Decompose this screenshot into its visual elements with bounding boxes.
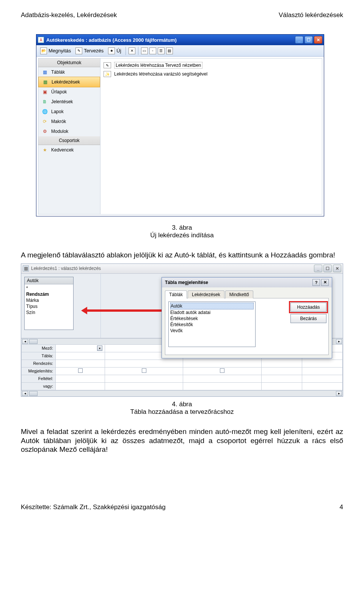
dialog-close-button[interactable]: ✕	[321, 279, 329, 286]
help-button[interactable]: ?	[312, 279, 320, 286]
design-button[interactable]: ✎ Tervezés	[74, 47, 105, 55]
create-query-design[interactable]: ✎ Lekérdezés létrehozása Tervező nézetbe…	[103, 61, 320, 70]
sidebar-label: Jelentések	[51, 99, 73, 104]
sidebar-label: Táblák	[51, 69, 65, 75]
tab-tables[interactable]: Táblák	[165, 290, 187, 298]
db-app-icon: A	[38, 37, 44, 43]
db-main-pane: ✎ Lekérdezés létrehozása Tervező nézetbe…	[100, 58, 322, 215]
sidebar-item-queries[interactable]: ▦ Lekérdezések	[38, 77, 100, 87]
reports-icon: 🗎	[41, 99, 48, 105]
db-window: A Autókereskedés : adatbázis (Access 200…	[36, 34, 324, 216]
design-view-icon: ✎	[104, 62, 111, 68]
scroll-thumb[interactable]	[29, 339, 38, 344]
open-button[interactable]: 📂 Megnyitás	[39, 47, 72, 55]
sidebar-label: Lekérdezések	[52, 79, 80, 85]
view-large-icon[interactable]: ▭	[141, 47, 148, 54]
field-item[interactable]: Típus	[26, 303, 72, 309]
dialog-title: Tábla megjelenítése	[165, 280, 208, 285]
table-list[interactable]: Autók Eladott autók adatai Értékesítések…	[168, 301, 256, 347]
sidebar-item-forms[interactable]: ▣ Űrlapok	[38, 87, 100, 97]
sidebar-item-modules[interactable]: ⚙ Modulok	[38, 126, 100, 136]
grid-label: Megjelenítés:	[22, 367, 56, 375]
red-arrow-annotation	[83, 309, 174, 312]
list-item[interactable]: Eladott autók adatai	[170, 309, 254, 316]
tables-icon: ▦	[41, 69, 48, 75]
footer-page: 4	[340, 503, 343, 511]
show-checkbox[interactable]	[142, 368, 146, 373]
scroll-left-icon[interactable]: ◂	[22, 339, 28, 344]
new-button[interactable]: ★ Új	[107, 47, 122, 55]
wizard-icon: ✨	[104, 71, 111, 77]
header-left: Adatbázis-kezelés, Lekérdezések	[21, 11, 117, 19]
toolbar-separator	[126, 47, 126, 55]
create-query-wizard[interactable]: ✨ Lekérdezés létrehozása varázsló segíts…	[103, 70, 320, 78]
show-checkbox[interactable]	[220, 368, 224, 373]
open-label: Megnyitás	[49, 48, 71, 54]
sidebar-item-favorites[interactable]: ★ Kedvencek	[38, 145, 100, 155]
fieldlist-title: Autók	[25, 277, 73, 284]
objects-sidebar: Objektumok ▦ Táblák ▦ Lekérdezések ▣ Űrl…	[38, 58, 100, 215]
close-dialog-button[interactable]: Bezárás	[290, 314, 326, 323]
show-checkbox[interactable]	[78, 368, 83, 373]
groups-header: Csoportok	[38, 136, 100, 145]
scroll-right-icon[interactable]: ▸	[336, 339, 342, 344]
open-icon: 📂	[40, 47, 47, 54]
delete-icon[interactable]: ✕	[129, 47, 135, 54]
list-item[interactable]: Autók	[170, 303, 254, 309]
add-button[interactable]: Hozzáadás	[290, 303, 326, 312]
tab-both[interactable]: Mindkettő	[225, 290, 253, 298]
sidebar-label: Kedvencek	[51, 147, 74, 153]
queries-icon: ▦	[42, 79, 49, 85]
pages-icon: 🌐	[41, 109, 48, 115]
new-icon: ★	[108, 47, 115, 54]
scroll-left-icon[interactable]: ◂	[22, 391, 28, 396]
create-query-design-label: Lekérdezés létrehozása Tervező nézetben	[114, 62, 202, 69]
field-item[interactable]: Rendszám	[26, 291, 72, 297]
field-item[interactable]: Szín	[26, 309, 72, 316]
header-right: Választó lekérdezések	[279, 11, 343, 19]
query-titlebar: ▦ Lekérdezés1 : választó lekérdezés _ ☐ …	[21, 264, 343, 274]
sidebar-label: Lapok	[51, 109, 64, 114]
sidebar-item-reports[interactable]: 🗎 Jelentések	[38, 97, 100, 107]
dialog-titlebar: Tábla megjelenítése ? ✕	[162, 278, 332, 287]
minimize-button[interactable]: _	[314, 265, 322, 272]
scroll-thumb[interactable]	[29, 391, 38, 396]
sidebar-item-tables[interactable]: ▦ Táblák	[38, 67, 100, 77]
list-item[interactable]: Vevők	[170, 328, 254, 334]
close-button[interactable]: ✕	[314, 36, 322, 44]
design-icon: ✎	[75, 47, 82, 54]
forms-icon: ▣	[41, 89, 48, 95]
scroll-right-icon[interactable]: ▸	[336, 391, 342, 396]
tab-queries[interactable]: Lekérdezések	[188, 290, 224, 298]
close-button[interactable]: ✕	[333, 265, 341, 272]
favorites-icon: ★	[41, 147, 48, 153]
figure4-caption: Tábla hozzáadása a tervezőrácshoz	[21, 408, 343, 416]
sidebar-item-pages[interactable]: 🌐 Lapok	[38, 107, 100, 117]
db-titlebar: A Autókereskedés : adatbázis (Access 200…	[36, 35, 324, 45]
list-item[interactable]: Értékesítők	[170, 322, 254, 328]
paragraph-2: Mivel a feladat szerint a lekérdezés ere…	[21, 427, 343, 454]
figure4-number: 4. ábra	[21, 401, 343, 408]
grid-h-scrollbar[interactable]: ◂ ▸	[21, 390, 343, 396]
paragraph-1: A megjelenő táblaválasztó ablakon jelölj…	[21, 251, 343, 260]
minimize-button[interactable]: _	[295, 36, 303, 44]
field-item[interactable]: Márka	[26, 297, 72, 303]
grid-label: Feltétel:	[22, 375, 56, 382]
dropdown-icon[interactable]: ▾	[97, 346, 102, 351]
macros-icon: ⟳	[41, 118, 48, 125]
new-label: Új	[116, 48, 121, 54]
objects-header: Objektumok	[38, 58, 100, 67]
grid-label: Rendezés:	[22, 360, 56, 367]
table-fieldlist[interactable]: Autók * Rendszám Márka Típus Szín	[24, 277, 74, 330]
maximize-button[interactable]: ☐	[304, 36, 313, 44]
view-small-icon[interactable]: ▫	[149, 47, 156, 54]
list-item[interactable]: Értékesítések	[170, 316, 254, 322]
grid-label: Tábla:	[22, 352, 56, 360]
query-icon: ▦	[23, 265, 29, 271]
sidebar-label: Makrók	[51, 119, 66, 124]
sidebar-item-macros[interactable]: ⟳ Makrók	[38, 117, 100, 126]
view-details-icon[interactable]: ▤	[166, 47, 173, 54]
maximize-button[interactable]: ☐	[323, 265, 332, 272]
field-item[interactable]: *	[26, 285, 72, 291]
view-list-icon[interactable]: ☰	[158, 47, 165, 54]
